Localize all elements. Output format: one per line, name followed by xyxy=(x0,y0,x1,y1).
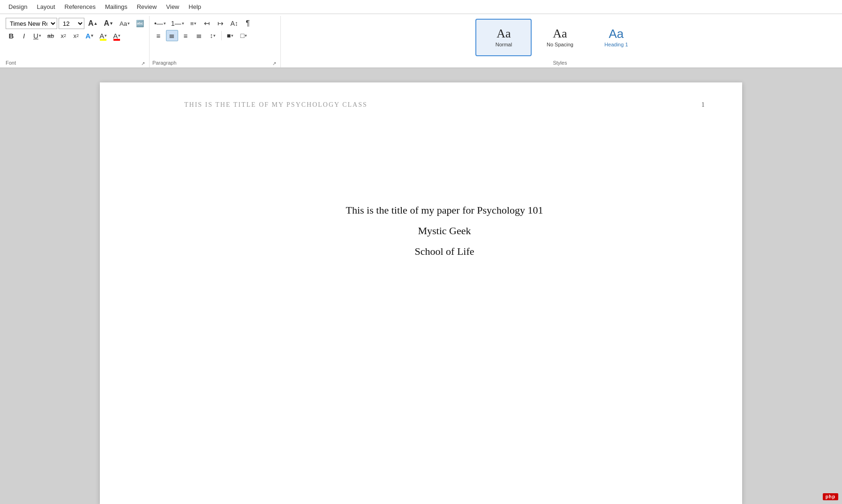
borders-button[interactable]: □▾ xyxy=(238,30,250,41)
line-spacing-button[interactable]: ↕▾ xyxy=(207,30,219,41)
change-case-button[interactable]: Aa▾ xyxy=(117,18,132,29)
clear-format-button[interactable]: 🔤 xyxy=(134,18,146,29)
strikethrough-button[interactable]: ab xyxy=(45,30,56,41)
justify-button[interactable]: ≣ xyxy=(193,30,205,41)
menu-layout[interactable]: Layout xyxy=(32,1,60,12)
align-left-button[interactable]: ≡ xyxy=(152,30,165,41)
style-nospacing-label: No Spacing xyxy=(547,42,573,47)
font-size-dropdown[interactable]: 12 891011 14161820 xyxy=(59,18,84,29)
highlight-color-container: A ▾ xyxy=(97,30,109,41)
font-expand-icon[interactable]: ↗ xyxy=(140,60,146,67)
paragraph-expand-icon[interactable]: ↗ xyxy=(271,60,278,67)
style-normal-sample: Aa xyxy=(496,28,511,40)
paragraph-group: •—▾ 1—▾ ≡▾ ↤ ↦ A↕ ¶ ≡ ≣ ≡ ≣ ↕▾ ■▾ □▾ Par… xyxy=(150,16,281,67)
font-shrink-button[interactable]: A▼ xyxy=(101,18,115,29)
document-area: THIS IS THE TITLE OF MY PSYCHOLOGY CLASS… xyxy=(0,68,842,504)
paragraph-group-label: Paragraph xyxy=(152,59,176,67)
page-number: 1 xyxy=(701,101,705,109)
style-nospacing[interactable]: Aa No Spacing xyxy=(532,19,588,56)
style-normal[interactable]: Aa Normal xyxy=(475,19,532,56)
increase-indent-button[interactable]: ↦ xyxy=(215,18,227,29)
page[interactable]: THIS IS THE TITLE OF MY PSYCHOLOGY CLASS… xyxy=(100,82,742,504)
menu-design[interactable]: Design xyxy=(4,1,32,12)
show-formatting-button[interactable]: ¶ xyxy=(242,18,254,29)
underline-button[interactable]: U▾ xyxy=(31,30,44,41)
separator xyxy=(221,31,222,40)
menu-view[interactable]: View xyxy=(161,1,184,12)
bullets-button[interactable]: •—▾ xyxy=(152,18,168,29)
style-nospacing-sample: Aa xyxy=(553,28,567,40)
font-color-container: A ▾ xyxy=(111,30,123,41)
menu-help[interactable]: Help xyxy=(184,1,206,12)
multilevel-list-button[interactable]: ≡▾ xyxy=(188,18,200,29)
numbering-button[interactable]: 1—▾ xyxy=(169,18,186,29)
font-name-dropdown[interactable]: Times New Roman xyxy=(6,18,57,29)
menu-bar: Design Layout References Mailings Review… xyxy=(0,0,842,14)
font-group-label: Font xyxy=(6,59,16,67)
php-badge: php xyxy=(823,493,838,500)
font-group: Times New Roman 12 891011 14161820 A▲ A▼… xyxy=(3,16,150,67)
menu-review[interactable]: Review xyxy=(132,1,162,12)
superscript-button[interactable]: x2 xyxy=(70,30,82,41)
style-heading1-label: Heading 1 xyxy=(604,42,628,47)
align-center-button[interactable]: ≣ xyxy=(166,30,178,41)
text-effects-button[interactable]: A▾ xyxy=(83,30,96,41)
style-heading1-sample: Aa xyxy=(609,28,624,40)
highlight-button[interactable]: A ▾ xyxy=(97,30,109,41)
style-heading1[interactable]: Aa Heading 1 xyxy=(588,19,644,56)
bold-button[interactable]: B xyxy=(6,30,17,41)
font-grow-button[interactable]: A▲ xyxy=(86,18,100,29)
align-right-button[interactable]: ≡ xyxy=(180,30,192,41)
page-content: This is the title of my paper for Psycho… xyxy=(184,204,705,258)
decrease-indent-button[interactable]: ↤ xyxy=(201,18,213,29)
subscript-button[interactable]: x2 xyxy=(58,30,69,41)
sort-button[interactable]: A↕ xyxy=(228,18,241,29)
styles-group: Aa Normal Aa No Spacing Aa Heading 1 Sty… xyxy=(281,16,839,67)
paper-institution[interactable]: School of Life xyxy=(184,245,705,258)
text-effects-container: A▾ xyxy=(83,30,96,41)
style-normal-label: Normal xyxy=(496,42,512,47)
header-running-head: THIS IS THE TITLE OF MY PSYCHOLOGY CLASS xyxy=(184,101,368,109)
menu-references[interactable]: References xyxy=(60,1,100,12)
paper-title[interactable]: This is the title of my paper for Psycho… xyxy=(184,204,705,216)
styles-group-label: Styles xyxy=(553,59,567,67)
menu-mailings[interactable]: Mailings xyxy=(100,1,132,12)
shading-button[interactable]: ■▾ xyxy=(224,30,236,41)
italic-button[interactable]: I xyxy=(18,30,30,41)
paper-author[interactable]: Mystic Geek xyxy=(184,225,705,237)
ribbon: Times New Roman 12 891011 14161820 A▲ A▼… xyxy=(0,14,842,68)
font-color-button[interactable]: A ▾ xyxy=(111,30,123,41)
